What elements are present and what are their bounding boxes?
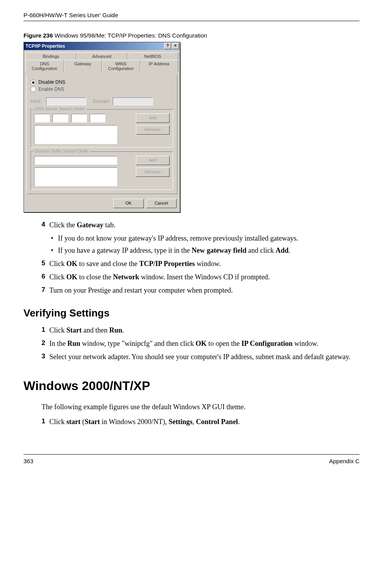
step-6-text: Click OK to close the Network window. In… [49, 272, 360, 282]
dns-config-panel: Disable DNS Enable DNS Host: Domain: DNS… [26, 75, 177, 194]
bullet-mark: • [51, 246, 58, 255]
verify-step-1-num: 1 [42, 325, 49, 335]
step-4-text: Click the Gateway tab. [49, 220, 360, 230]
step-5-num: 5 [42, 259, 49, 268]
dns-remove-button[interactable]: Remove [136, 125, 170, 135]
close-button[interactable]: × [172, 43, 179, 49]
bullet-2-text: If you have a gateway IP address, type i… [58, 246, 290, 255]
host-label: Host: [31, 99, 46, 104]
tab-bindings[interactable]: Bindings [25, 52, 76, 60]
suffix-add-button[interactable]: Add [136, 156, 170, 165]
radio-enable-dns[interactable] [31, 86, 36, 92]
figure-label-bold: Figure 236 [23, 32, 53, 39]
bullet-mark: • [51, 234, 58, 243]
verify-step-3-text: Select your network adapter. You should … [49, 352, 360, 361]
step-5-text: Click OK to save and close the TCP/IP Pr… [49, 259, 360, 268]
tcpip-properties-dialog: TCP/IP Properties ? × Bindings Advanced … [23, 42, 180, 212]
host-input[interactable] [46, 97, 86, 105]
winxp-step-1-text: Click start (Start in Windows 2000/NT), … [49, 417, 360, 426]
dialog-titlebar: TCP/IP Properties ? × [24, 42, 180, 50]
domain-label: Domain: [86, 99, 110, 104]
tab-advanced[interactable]: Advanced [76, 52, 127, 60]
domain-suffix-group-title: Domain Suffix Search Order [33, 149, 90, 153]
figure-caption: Figure 236 Windows 95/98/Me: TCP/IP Prop… [23, 32, 360, 39]
domain-input[interactable] [113, 97, 153, 105]
verify-step-3-num: 3 [42, 352, 49, 361]
tab-ip-address[interactable]: IP Address [140, 60, 179, 72]
step-6-num: 6 [42, 272, 49, 282]
dns-server-listbox[interactable] [34, 125, 117, 144]
cancel-button[interactable]: Cancel [146, 199, 177, 208]
help-button[interactable]: ? [164, 43, 171, 49]
tab-wins-configuration[interactable]: WINS Configuration [102, 60, 140, 72]
winxp-step-1-num: 1 [42, 417, 49, 426]
header-guide-title: P-660H/HW/W-T Series User' Guide [23, 12, 360, 21]
step-7-text: Turn on your Prestige and restart your c… [49, 286, 360, 295]
dns-server-search-order-group: DNS Server Search Order . . . Add Remove [31, 109, 173, 147]
footer-page-number: 363 [23, 458, 33, 464]
dialog-title: TCP/IP Properties [25, 43, 65, 49]
heading-windows-2000-nt-xp: Windows 2000/NT/XP [23, 378, 360, 394]
figure-label-rest: Windows 95/98/Me: TCP/IP Properties: DNS… [53, 32, 207, 39]
verify-step-2-num: 2 [42, 339, 49, 348]
verify-step-2-text: In the Run window, type "winipcfg" and t… [49, 339, 360, 348]
bullet-1-text: If you do not know your gateway's IP add… [58, 234, 298, 243]
heading-verifying-settings: Verifying Settings [23, 306, 360, 320]
verify-step-1-text: Click Start and then Run. [49, 325, 360, 335]
suffix-listbox[interactable] [34, 167, 117, 186]
step-7-num: 7 [42, 286, 49, 295]
radio-disable-dns-label: Disable DNS [38, 79, 65, 85]
radio-enable-dns-label: Enable DNS [38, 86, 64, 92]
dns-add-button[interactable]: Add [136, 113, 170, 123]
winxp-intro-text: The following example figures use the de… [42, 402, 360, 412]
tab-netbios[interactable]: NetBIOS [127, 52, 178, 60]
domain-suffix-search-order-group: Domain Suffix Search Order Add Remove [31, 151, 173, 190]
suffix-input[interactable] [34, 156, 117, 165]
ok-button[interactable]: OK [113, 199, 144, 208]
tab-dns-configuration[interactable]: DNS Configuration [25, 60, 64, 72]
dns-server-group-title: DNS Server Search Order [33, 106, 87, 111]
radio-disable-dns[interactable] [31, 80, 36, 85]
tab-gateway[interactable]: Gateway [64, 60, 102, 72]
step-4-num: 4 [42, 220, 49, 230]
footer-appendix: Appendix C [329, 458, 360, 464]
suffix-remove-button[interactable]: Remove [136, 167, 170, 177]
dns-ip-input[interactable]: . . . [34, 114, 105, 122]
